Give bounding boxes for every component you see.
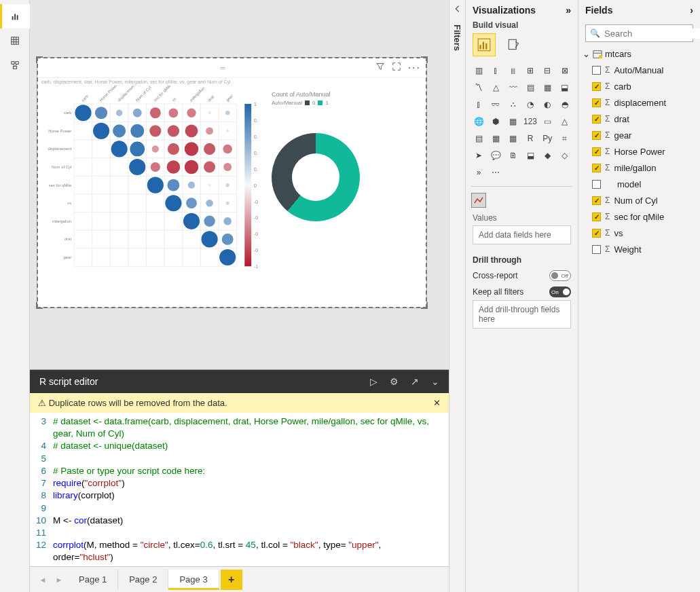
- filters-pane-collapsed[interactable]: Filters: [449, 0, 465, 592]
- visual-type-button[interactable]: ▤: [523, 80, 538, 95]
- visual-type-button[interactable]: ∴: [506, 97, 521, 112]
- field-checkbox[interactable]: [592, 245, 601, 254]
- format-visual-tab[interactable]: [502, 33, 526, 56]
- run-script-icon[interactable]: ▷: [370, 376, 377, 387]
- visual-type-button[interactable]: ⊞: [523, 63, 538, 78]
- script-options-icon[interactable]: ⚙: [390, 376, 399, 387]
- svg-point-156: [219, 249, 236, 265]
- code-area[interactable]: 3# dataset <- data.frame(carb, displacem…: [30, 413, 449, 566]
- field-row[interactable]: ΣAuto/Manual: [592, 62, 700, 78]
- data-view-tab[interactable]: [0, 29, 30, 53]
- field-checkbox[interactable]: [592, 82, 601, 91]
- visual-type-button[interactable]: ◐: [540, 97, 555, 112]
- model-view-tab[interactable]: [0, 53, 30, 77]
- visual-type-button[interactable]: ⫿: [488, 63, 503, 78]
- field-row[interactable]: model: [592, 176, 700, 192]
- values-field-well[interactable]: Add data fields here: [473, 225, 571, 244]
- report-view-tab[interactable]: [0, 4, 30, 29]
- visual-type-button[interactable]: ▥: [471, 63, 486, 78]
- visual-type-button[interactable]: ⋯: [488, 165, 503, 180]
- visual-type-button[interactable]: ⏔: [488, 97, 503, 112]
- focus-mode-icon[interactable]: [392, 62, 401, 74]
- visual-type-button[interactable]: ◓: [557, 97, 572, 112]
- r-visual-button[interactable]: [471, 193, 486, 208]
- table-header[interactable]: ⌄ mtcars: [578, 46, 700, 62]
- visual-type-button[interactable]: 💬: [488, 148, 503, 163]
- visual-type-button[interactable]: 〰: [506, 80, 521, 95]
- drill-through-well[interactable]: Add drill-through fields here: [473, 300, 571, 329]
- visual-type-button[interactable]: 123: [523, 114, 538, 129]
- visual-type-button[interactable]: ⬓: [557, 80, 572, 95]
- page-tab[interactable]: Page 3: [168, 570, 219, 590]
- svg-point-79: [204, 143, 215, 155]
- visual-type-button[interactable]: ⫼: [506, 63, 521, 78]
- field-row[interactable]: Σgear: [592, 127, 700, 143]
- field-checkbox[interactable]: [592, 196, 601, 205]
- visual-type-button[interactable]: 🗎: [506, 148, 521, 163]
- filter-icon[interactable]: [375, 62, 385, 74]
- visual-type-button[interactable]: ▦: [488, 131, 503, 146]
- visual-type-button[interactable]: △: [488, 80, 503, 95]
- collapse-icon[interactable]: ⌄: [431, 376, 439, 387]
- visual-type-button[interactable]: ◆: [540, 148, 555, 163]
- tab-nav-prev[interactable]: ◄: [35, 570, 50, 589]
- cross-report-toggle[interactable]: Off: [549, 270, 571, 281]
- fields-search[interactable]: 🔍: [585, 24, 693, 42]
- field-row[interactable]: ΣWeight: [592, 241, 700, 257]
- field-row[interactable]: ΣHorse Power: [592, 143, 700, 160]
- collapse-fields-icon[interactable]: ›: [690, 5, 693, 16]
- field-checkbox[interactable]: [592, 164, 601, 172]
- visual-type-button[interactable]: 〽: [471, 80, 486, 95]
- r-visual-container[interactable]: ··· carb, displacement, drat, Horse Powe…: [37, 57, 427, 308]
- svg-text:0.8: 0.8: [254, 118, 258, 123]
- field-checkbox[interactable]: [592, 229, 601, 238]
- visual-type-button[interactable]: ⬢: [488, 114, 503, 129]
- visual-type-button[interactable]: ◔: [523, 97, 538, 112]
- field-row[interactable]: Σcarb: [592, 78, 700, 94]
- popout-icon[interactable]: ↗: [411, 376, 419, 387]
- field-checkbox[interactable]: [592, 212, 601, 221]
- visual-type-button[interactable]: ▦: [506, 131, 521, 146]
- visual-type-button[interactable]: ▭: [540, 114, 555, 129]
- keep-filters-toggle[interactable]: On: [549, 286, 571, 297]
- close-warning-icon[interactable]: ✕: [433, 398, 441, 408]
- visual-type-button[interactable]: △: [557, 114, 572, 129]
- visual-type-button[interactable]: ▤: [471, 131, 486, 146]
- field-row[interactable]: Σvs: [592, 225, 700, 241]
- visual-type-button[interactable]: ◇: [557, 148, 572, 163]
- visual-type-button[interactable]: »: [471, 165, 486, 180]
- field-checkbox[interactable]: [592, 115, 601, 124]
- more-options-icon[interactable]: ···: [408, 62, 421, 74]
- visual-type-button[interactable]: ⫿: [471, 97, 486, 112]
- field-row[interactable]: Σsec for qMile: [592, 208, 700, 225]
- field-row[interactable]: Σdisplacement: [592, 94, 700, 111]
- visual-type-button[interactable]: R: [523, 131, 538, 146]
- visual-type-button[interactable]: ⬓: [523, 148, 538, 163]
- build-visual-tab[interactable]: [473, 33, 496, 56]
- drag-handle-icon[interactable]: [70, 64, 375, 72]
- visual-type-button[interactable]: Py: [540, 131, 555, 146]
- visual-type-button[interactable]: ▦: [540, 80, 555, 95]
- visual-type-button[interactable]: ⊠: [557, 63, 572, 78]
- field-row[interactable]: Σdrat: [592, 111, 700, 127]
- field-row[interactable]: Σmile/gallon: [592, 160, 700, 176]
- field-checkbox[interactable]: [592, 131, 601, 140]
- expand-filters-icon[interactable]: [453, 4, 462, 16]
- collapse-vis-icon[interactable]: »: [566, 5, 571, 16]
- field-checkbox[interactable]: [592, 66, 601, 75]
- add-page-button[interactable]: +: [221, 570, 242, 590]
- field-checkbox[interactable]: [592, 180, 601, 189]
- visual-type-button[interactable]: ▦: [506, 114, 521, 129]
- visual-type-button[interactable]: ⌗: [557, 131, 572, 146]
- search-input[interactable]: [604, 29, 700, 39]
- page-tab[interactable]: Page 1: [68, 570, 118, 590]
- page-tab[interactable]: Page 2: [118, 570, 168, 590]
- visual-type-button[interactable]: ➤: [471, 148, 486, 163]
- field-row[interactable]: ΣNum of Cyl: [592, 192, 700, 208]
- visual-type-button[interactable]: 🌐: [471, 114, 486, 129]
- field-checkbox[interactable]: [592, 147, 601, 156]
- field-checkbox[interactable]: [592, 98, 601, 107]
- visual-type-button[interactable]: ⊟: [540, 63, 555, 78]
- tab-nav-next[interactable]: ►: [52, 570, 67, 589]
- svg-text:0: 0: [254, 183, 257, 188]
